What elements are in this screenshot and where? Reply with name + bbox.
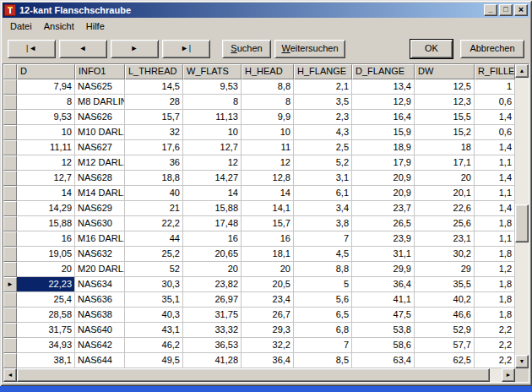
grid-cell[interactable]: NAS626	[75, 110, 125, 125]
column-header-INFO1[interactable]: INFO1	[75, 64, 125, 79]
grid-cell[interactable]: 9,53	[17, 110, 75, 125]
grid-cell[interactable]: 34,93	[17, 338, 75, 353]
row-selector[interactable]	[3, 125, 17, 140]
grid-cell[interactable]: 3,1	[294, 171, 352, 186]
menu-item-hilfe[interactable]: Hilfe	[80, 19, 111, 34]
grid-cell[interactable]: 17,48	[183, 216, 242, 231]
grid-cell[interactable]: 31,75	[183, 308, 242, 323]
grid-cell[interactable]: 1,1	[475, 231, 515, 247]
grid-cell[interactable]: 5	[294, 277, 352, 292]
grid-cell[interactable]: 36,4	[242, 353, 294, 368]
grid-cell[interactable]: NAS636	[75, 292, 125, 308]
grid-cell[interactable]: 40	[125, 186, 183, 201]
grid-cell[interactable]: 16	[17, 231, 75, 247]
grid-cell[interactable]: NAS644	[75, 353, 125, 368]
last-record-button[interactable]: ►|	[162, 40, 210, 58]
row-selector[interactable]	[3, 171, 17, 186]
grid-cell[interactable]: 36,53	[183, 338, 242, 353]
grid-cell[interactable]: 6,1	[294, 186, 352, 201]
grid-cell[interactable]: 9,9	[242, 110, 294, 125]
vertical-scroll-thumb[interactable]	[515, 204, 529, 242]
grid-cell[interactable]: 8	[183, 95, 242, 110]
grid-cell[interactable]: 30,3	[125, 277, 183, 292]
grid-cell[interactable]: 8,8	[294, 262, 352, 277]
grid-cell[interactable]: 9,53	[183, 79, 242, 95]
grid-cell[interactable]: 23,82	[183, 277, 242, 292]
grid-cell[interactable]: 3,8	[294, 216, 352, 231]
grid-cell[interactable]: 8	[242, 95, 294, 110]
grid-cell[interactable]: 15,7	[125, 110, 183, 125]
grid-cell[interactable]: 63,4	[352, 353, 415, 368]
grid-cell[interactable]: 26,5	[352, 216, 415, 231]
grid-cell[interactable]: 7,94	[17, 79, 75, 95]
grid-cell[interactable]: 15,7	[242, 216, 294, 231]
grid-cell[interactable]: 1,2	[475, 262, 515, 277]
grid-cell[interactable]: NAS629	[75, 201, 125, 216]
row-selector[interactable]	[3, 247, 17, 262]
grid-cell[interactable]: 20,9	[352, 171, 415, 186]
scroll-right-button[interactable]: ►	[502, 368, 515, 382]
grid-cell[interactable]: 14	[242, 186, 294, 201]
grid-cell[interactable]: 3,4	[294, 201, 352, 216]
grid-cell[interactable]: 12,7	[183, 140, 242, 155]
row-selector[interactable]	[3, 262, 17, 277]
grid-cell[interactable]: 53,8	[352, 323, 415, 338]
row-selector[interactable]	[3, 308, 17, 323]
grid-cell[interactable]: 20,5	[242, 277, 294, 292]
grid-cell[interactable]: 8	[17, 95, 75, 110]
grid-cell[interactable]: NAS638	[75, 308, 125, 323]
horizontal-scrollbar[interactable]: ◄ ►	[3, 368, 515, 382]
grid-cell[interactable]: 10	[242, 125, 294, 140]
grid-cell[interactable]: 29,3	[242, 323, 294, 338]
next-record-button[interactable]: ►	[111, 40, 159, 58]
grid-cell[interactable]: 31,75	[17, 323, 75, 338]
grid-cell[interactable]: 46,6	[415, 308, 475, 323]
grid-cell[interactable]: NAS628	[75, 171, 125, 186]
grid-cell[interactable]: 28	[125, 95, 183, 110]
grid-cell[interactable]: 32,2	[242, 338, 294, 353]
row-selector[interactable]	[3, 353, 17, 368]
grid-cell[interactable]: 28,58	[17, 308, 75, 323]
grid-cell[interactable]: 47,5	[352, 308, 415, 323]
grid-cell[interactable]: 12	[242, 155, 294, 171]
grid-cell[interactable]: 18,1	[242, 247, 294, 262]
grid-cell[interactable]: 52	[125, 262, 183, 277]
grid-cell[interactable]: 11	[242, 140, 294, 155]
grid-cell[interactable]: 17,1	[415, 155, 475, 171]
grid-cell[interactable]: 36,4	[352, 277, 415, 292]
grid-cell[interactable]: 15,5	[415, 110, 475, 125]
grid-cell[interactable]: 52,9	[415, 323, 475, 338]
grid-cell[interactable]: 4,5	[294, 247, 352, 262]
grid-cell[interactable]: 16	[242, 231, 294, 247]
grid-cell[interactable]: 20	[415, 171, 475, 186]
grid-cell[interactable]: NAS630	[75, 216, 125, 231]
row-selector[interactable]	[3, 155, 17, 171]
vertical-scroll-track[interactable]	[515, 78, 529, 355]
grid-cell[interactable]: 14,1	[242, 201, 294, 216]
grid-cell[interactable]: 14,29	[17, 201, 75, 216]
grid-cell[interactable]: 57,7	[415, 338, 475, 353]
grid-cell[interactable]: 1,4	[475, 140, 515, 155]
grid-cell[interactable]: 18,8	[125, 171, 183, 186]
grid-cell[interactable]: 15,9	[352, 125, 415, 140]
grid-cell[interactable]: 14	[183, 186, 242, 201]
grid-cell[interactable]: 8,5	[294, 353, 352, 368]
grid-cell[interactable]: 31,1	[352, 247, 415, 262]
grid-cell[interactable]: 46,2	[125, 338, 183, 353]
grid-cell[interactable]: 44	[125, 231, 183, 247]
grid-cell[interactable]: 20,65	[183, 247, 242, 262]
grid-cell[interactable]: 17,9	[352, 155, 415, 171]
grid-cell[interactable]: 25,2	[125, 247, 183, 262]
grid-cell[interactable]: 25,6	[415, 216, 475, 231]
grid-cell[interactable]: 10	[183, 125, 242, 140]
grid-cell[interactable]: 1,1	[475, 186, 515, 201]
grid-cell[interactable]: 22,6	[415, 201, 475, 216]
grid-cell[interactable]: 12,5	[415, 79, 475, 95]
grid-cell[interactable]: 0,6	[475, 125, 515, 140]
grid-cell[interactable]: 38,1	[17, 353, 75, 368]
row-selector[interactable]	[3, 231, 17, 247]
horizontal-scroll-track[interactable]	[17, 368, 502, 382]
search-next-button[interactable]: Weitersuchen	[274, 40, 345, 58]
grid-cell[interactable]: 19,05	[17, 247, 75, 262]
maximize-button[interactable]: □	[499, 4, 513, 16]
